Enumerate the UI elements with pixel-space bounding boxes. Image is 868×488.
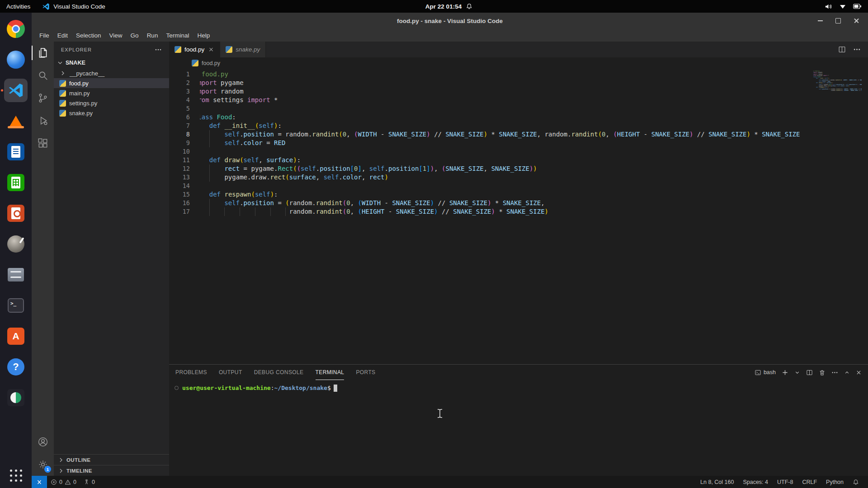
code-line-6[interactable]: 6class Food: (169, 113, 868, 122)
panel-tab-output[interactable]: OUTPUT (219, 365, 242, 380)
code-line-2[interactable]: 2import pygame (169, 79, 868, 87)
accounts-button[interactable] (32, 431, 54, 453)
maximize-button[interactable] (835, 17, 842, 24)
command-decoration-icon[interactable] (175, 386, 179, 390)
kill-terminal-trash-icon[interactable] (819, 369, 826, 376)
menu-edit[interactable]: Edit (53, 32, 72, 39)
close-panel-icon[interactable] (856, 370, 862, 375)
tree-item-food-py[interactable]: food.py (54, 78, 169, 88)
close-button[interactable] (853, 17, 860, 24)
tab-close-icon[interactable] (208, 46, 214, 53)
activity-run-debug[interactable] (32, 109, 54, 132)
dock-item-gimp[interactable] (4, 232, 28, 256)
running-indicator-dot (1, 89, 3, 92)
code-line-1[interactable]: 1# food.py (169, 70, 868, 79)
web-browser-icon (7, 51, 25, 69)
activity-source-control[interactable] (32, 87, 54, 109)
activity-extensions[interactable] (32, 132, 54, 155)
code-line-9[interactable]: 9 self.color = RED (169, 139, 868, 147)
launch-profile-chevron-icon[interactable] (794, 370, 800, 375)
menu-help[interactable]: Help (193, 32, 214, 39)
menu-run[interactable]: Run (143, 32, 162, 39)
eol-status[interactable]: CRLF (797, 479, 821, 485)
focused-app-indicator[interactable]: Visual Studio Code (42, 3, 105, 10)
code-line-15[interactable]: 15 def respawn(self): (169, 190, 868, 199)
maximize-panel-chevron-icon[interactable] (844, 370, 850, 375)
code-editor[interactable]: 1# food.py2import pygame3import random4f… (169, 69, 868, 364)
code-line-4[interactable]: 4from settings import * (169, 96, 868, 104)
panel-tab-problems[interactable]: PROBLEMS (175, 365, 207, 380)
remote-indicator[interactable] (32, 476, 47, 488)
settings-button[interactable]: 1 (32, 453, 54, 476)
title-bar[interactable]: food.py - snake - Visual Studio Code (32, 13, 868, 29)
code-line-8[interactable]: 8 self.position = random.randint(0, (WID… (169, 130, 868, 139)
split-editor-icon[interactable] (838, 46, 846, 53)
menu-selection[interactable]: Selection (72, 32, 105, 39)
cursor-position-status[interactable]: Ln 8, Col 160 (696, 479, 738, 485)
dock-item-terminal[interactable]: >_ (4, 294, 28, 317)
code-line-7[interactable]: 7 def __init__(self): (169, 122, 868, 130)
code-lines[interactable]: 1# food.py2import pygame3import random4f… (169, 69, 868, 216)
dock-item-vlc[interactable] (4, 109, 28, 133)
project-section-snake[interactable]: SNAKE (54, 57, 169, 68)
tree-item-snake-py[interactable]: snake.py (54, 108, 169, 118)
panel-more-actions-icon[interactable] (831, 369, 838, 376)
encoding-status[interactable]: UTF-8 (773, 479, 797, 485)
tab-food-py[interactable]: food.py (169, 42, 220, 57)
code-line-17[interactable]: 17 random.randint(0, (HEIGHT - SNAKE_SIZ… (169, 207, 868, 216)
dock-item-libreoffice-calc[interactable] (4, 171, 28, 194)
code-line-5[interactable]: 5 (169, 104, 868, 113)
dock-item-software-updater[interactable] (4, 386, 28, 409)
code-line-16[interactable]: 16 self.position = (random.randint(0, (W… (169, 199, 868, 207)
panel-tab-terminal[interactable]: TERMINAL (316, 365, 344, 380)
activities-button[interactable]: Activities (6, 3, 30, 10)
menu-terminal[interactable]: Terminal (162, 32, 193, 39)
dock-item-ubuntu-software[interactable]: A (4, 324, 28, 348)
notifications-status[interactable] (848, 479, 863, 485)
libreoffice-impress-icon (7, 205, 24, 222)
code-line-14[interactable]: 14 (169, 182, 868, 190)
menu-view[interactable]: View (105, 32, 127, 39)
system-tray[interactable] (825, 3, 862, 10)
minimap[interactable]: # food.pyimport pygameimport randomfrom … (811, 69, 862, 364)
tree-item-main-py[interactable]: main.py (54, 88, 169, 98)
minimize-button[interactable] (816, 17, 824, 24)
split-terminal-icon[interactable] (806, 369, 813, 376)
dock-item-libreoffice-impress[interactable] (4, 202, 28, 225)
panel-tab-ports[interactable]: PORTS (356, 365, 375, 380)
code-line-10[interactable]: 10 (169, 147, 868, 156)
timeline-section[interactable]: TIMELINE (54, 465, 169, 476)
tab-snake-py[interactable]: snake.py (220, 42, 266, 57)
editor-more-actions-icon[interactable] (853, 46, 861, 53)
shell-selector[interactable]: bash (755, 369, 776, 376)
indentation-status[interactable]: Spaces: 4 (738, 479, 773, 485)
outline-section[interactable]: OUTLINE (54, 454, 169, 465)
dock-item-help[interactable]: ? (4, 355, 28, 379)
panel-tab-debug-console[interactable]: DEBUG CONSOLE (254, 365, 304, 380)
activity-explorer[interactable] (32, 42, 54, 64)
dock: >_ A ? (0, 13, 32, 488)
dock-item-files[interactable] (4, 263, 28, 286)
code-line-12[interactable]: 12 rect = pygame.Rect((self.position[0],… (169, 164, 868, 173)
breadcrumb[interactable]: food.py (169, 57, 868, 69)
show-applications-button[interactable] (10, 469, 22, 482)
menu-go[interactable]: Go (127, 32, 143, 39)
new-terminal-icon[interactable] (782, 369, 788, 376)
tree-item-settings-py[interactable]: settings.py (54, 98, 169, 108)
dock-item-web-browser[interactable] (4, 48, 28, 71)
activity-search[interactable] (32, 64, 54, 87)
clock-button[interactable]: Apr 22 01:54 (425, 3, 472, 10)
language-mode-status[interactable]: Python (821, 479, 848, 485)
tree-item-pycache[interactable]: __pycache__ (54, 68, 169, 78)
code-line-11[interactable]: 11 def draw(self, surface): (169, 156, 868, 164)
problems-status[interactable]: 0 0 (47, 476, 80, 488)
ports-status[interactable]: 0 (80, 476, 99, 488)
menu-file[interactable]: File (35, 32, 53, 39)
code-line-13[interactable]: 13 pygame.draw.rect(surface, self.color,… (169, 173, 868, 182)
terminal[interactable]: user@user-virtual-machine:~/Desktop/snak… (169, 380, 868, 476)
dock-item-chrome[interactable] (4, 17, 28, 41)
dock-item-vscode[interactable] (4, 79, 28, 102)
dock-item-libreoffice-writer[interactable] (4, 140, 28, 164)
code-line-3[interactable]: 3import random (169, 87, 868, 96)
explorer-actions-icon[interactable] (155, 46, 162, 53)
